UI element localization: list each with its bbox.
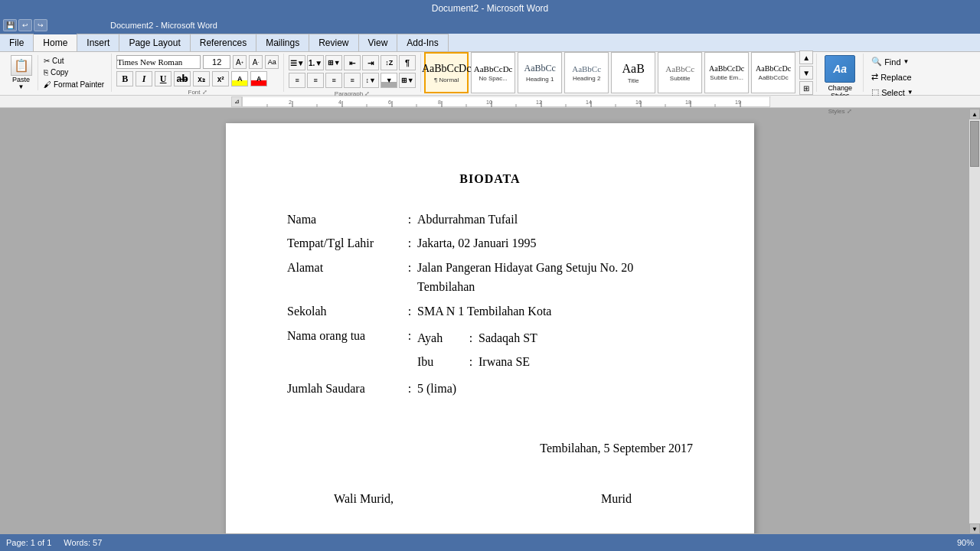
tab-addins[interactable]: Add-Ins [397,34,448,51]
styles-scroll-down[interactable]: ▼ [799,66,813,80]
text-highlight-button[interactable]: A [231,71,248,86]
styles-expand[interactable]: ⊞ [799,81,813,95]
qat-redo[interactable]: ↪ [34,19,47,31]
ruler: 2 4 6 8 10 12 14 16 18 19 [242,96,770,107]
format-painter-button[interactable]: 🖌 Format Painter [41,80,106,90]
style-heading1[interactable]: AaBbCc Heading 1 [518,52,562,93]
style-subtitle[interactable]: AaBbCc Subtitle [658,52,702,93]
superscript-button[interactable]: x² [212,71,229,86]
find-arrow[interactable]: ▼ [903,58,910,65]
scroll-down-button[interactable]: ▼ [969,523,980,534]
align-center-button[interactable]: ≡ [307,73,324,88]
svg-text:2: 2 [289,99,292,105]
style-extra[interactable]: AaBbCcDc AaBbCcDc [751,52,795,93]
font-size-input[interactable] [203,55,230,69]
style-extra-label: AaBbCcDc [759,74,789,81]
bullets-button[interactable]: ☰▼ [289,55,305,70]
font-row-1: A+ A- Aa [116,55,279,69]
word-count: Words: 57 [64,538,102,547]
find-button[interactable]: 🔍 Find ▼ [868,55,912,68]
svg-text:8: 8 [438,99,441,105]
select-arrow[interactable]: ▼ [907,89,913,96]
scroll-up-button[interactable]: ▲ [969,109,980,119]
style-subtle-em[interactable]: AaBbCcDc Subtle Em... [704,52,749,93]
subscript-button[interactable]: x₂ [193,71,210,86]
qat-save[interactable]: 💾 [3,19,17,31]
show-hide-button[interactable]: ¶ [399,55,416,70]
cut-icon: ✂ [44,57,50,65]
copy-button[interactable]: ⎘ Copy [41,67,106,77]
style-normal[interactable]: AaBbCcDc ¶ Normal [424,52,469,93]
style-no-spacing[interactable]: AaBbCcDc No Spac... [471,52,515,93]
text-color-button[interactable]: A [250,71,267,86]
sig-left-title: Wali Murid, [287,489,440,509]
increase-indent-button[interactable]: ⇥ [362,55,379,70]
document-area: BIODATA Nama : Abdurrahman Tufail Tempat… [0,108,980,533]
qat-undo[interactable]: ↩ [18,19,32,31]
tab-view[interactable]: View [359,34,398,51]
document-page[interactable]: BIODATA Nama : Abdurrahman Tufail Tempat… [226,123,754,533]
label-sekolah: Sekolah [287,299,402,324]
bold-button[interactable]: B [116,71,133,86]
strikethrough-button[interactable]: ab̶ [174,71,191,86]
tab-references[interactable]: References [191,34,256,51]
paste-button[interactable]: 📋 Paste ▼ [8,55,38,90]
sig-right-title: Murid [540,489,693,509]
align-right-button[interactable]: ≡ [325,73,342,88]
ruler-container: ⊿ 2 4 [0,96,980,108]
cut-button[interactable]: ✂ Cut [41,56,106,66]
sort-button[interactable]: ↕Z [381,55,397,70]
numbering-button[interactable]: 1.▼ [307,55,324,70]
borders-button[interactable]: ⊞▼ [399,73,416,88]
tab-insert[interactable]: Insert [77,34,119,51]
value-ttl: Jakarta, 02 Januari 1995 [417,231,693,256]
colon-ttl: : [402,231,417,256]
style-heading2[interactable]: AaBbCc Heading 2 [564,52,609,93]
styles-group-label: Styles ⤢ [828,108,852,115]
shading-button[interactable]: ▼ [381,73,397,88]
paste-dropdown-arrow[interactable]: ▼ [18,83,24,90]
font-family-select[interactable] [116,55,201,69]
value-saudara: 5 (lima) [417,377,693,401]
clear-format-button[interactable]: Aa [265,55,279,69]
parents-table: Ayah : Sadaqah ST Ibu : Irwana SE [417,326,537,374]
right-scrollbar: ▲ ▼ [969,109,980,534]
paragraph-group: ☰▼ 1.▼ ⊞▼ ⇤ ⇥ ↕Z ¶ ≡ ≡ ≡ ≡ ↕▼ ▼ ⊞▼ Parag… [284,54,421,92]
colon-ibu: : [463,350,479,374]
tab-home[interactable]: Home [34,33,77,51]
font-shrink-button[interactable]: A- [249,55,263,69]
line-spacing-button[interactable]: ↕▼ [362,73,379,88]
value-sekolah: SMA N 1 Tembilahan Kota [417,299,693,324]
table-row: Ayah : Sadaqah ST [417,326,537,350]
italic-button[interactable]: I [136,71,152,86]
justify-button[interactable]: ≡ [344,73,361,88]
paste-label: Paste [12,76,30,83]
tab-file[interactable]: File [0,34,34,51]
tab-mailings[interactable]: Mailings [256,34,309,51]
style-extra-preview: AaBbCcDc [756,64,791,73]
document-title: BIODATA [287,169,693,189]
table-row: Sekolah : SMA N 1 Tembilahan Kota [287,299,693,324]
style-heading1-label: Heading 1 [526,76,554,83]
styles-group: AaBbCcDc ¶ Normal AaBbCcDc No Spac... Aa… [421,54,817,92]
label-ttl: Tempat/Tgl Lahir [287,231,402,256]
para-row-2: ≡ ≡ ≡ ≡ ↕▼ ▼ ⊞▼ [289,73,416,88]
table-row: Ibu : Irwana SE [417,350,537,374]
style-title[interactable]: AaB Title [611,52,655,93]
align-left-button[interactable]: ≡ [289,73,305,88]
styles-scroll-up[interactable]: ▲ [799,51,813,64]
svg-text:4: 4 [338,99,341,105]
label-orangtua: Nama orang tua [287,324,402,377]
style-subtitle-label: Subtitle [670,75,691,82]
tab-review[interactable]: Review [309,34,358,51]
tab-page-layout[interactable]: Page Layout [119,34,190,51]
replace-button[interactable]: ⇄ Replace [868,70,914,83]
underline-button[interactable]: U [155,71,172,86]
ruler-corner[interactable]: ⊿ [231,96,242,107]
scroll-thumb[interactable] [970,121,979,167]
ribbon-content: 📋 Paste ▼ ✂ Cut ⎘ Copy 🖌 Format Painter [3,54,977,92]
colon-saudara: : [402,377,417,401]
multilevel-list-button[interactable]: ⊞▼ [325,55,342,70]
font-grow-button[interactable]: A+ [233,55,247,69]
decrease-indent-button[interactable]: ⇤ [344,55,361,70]
